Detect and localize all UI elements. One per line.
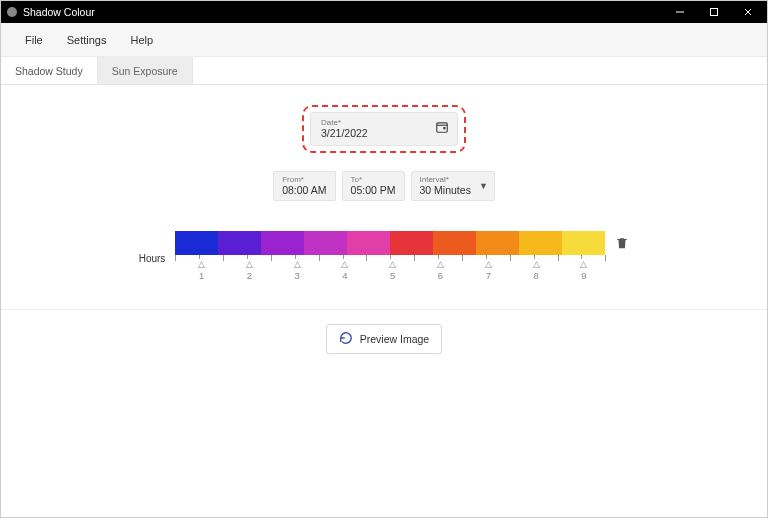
titlebar: Shadow Colour bbox=[1, 1, 767, 23]
tabstrip: Shadow Study Sun Exposure bbox=[1, 57, 767, 85]
hours-axis-label: Hours bbox=[139, 253, 166, 264]
hour-marker-label: 5 bbox=[389, 271, 396, 281]
svg-rect-8 bbox=[618, 239, 627, 240]
content-area: Date* 3/21/2022 From* 08:00 AM bbox=[1, 85, 767, 517]
tab-shadow-study[interactable]: Shadow Study bbox=[1, 57, 98, 84]
refresh-icon bbox=[339, 331, 353, 347]
hour-marker-handle-icon: △ bbox=[246, 260, 253, 269]
app-window: Shadow Colour File Settings Help Shadow … bbox=[0, 0, 768, 518]
hour-marker-label: 1 bbox=[198, 271, 205, 281]
hour-marker-handle-icon: △ bbox=[389, 260, 396, 269]
hour-marker-label: 8 bbox=[533, 271, 540, 281]
gradient-seg-4 bbox=[347, 231, 390, 255]
hour-marker-handle-icon: △ bbox=[341, 260, 348, 269]
hour-marker-1[interactable]: △1 bbox=[198, 260, 205, 281]
gradient-seg-2 bbox=[261, 231, 304, 255]
to-value: 05:00 PM bbox=[351, 185, 396, 197]
hour-marker-5[interactable]: △5 bbox=[389, 260, 396, 281]
window-title: Shadow Colour bbox=[23, 6, 95, 18]
hour-marker-9[interactable]: △9 bbox=[580, 260, 587, 281]
menu-help[interactable]: Help bbox=[120, 28, 163, 52]
hour-marker-label: 6 bbox=[437, 271, 444, 281]
svg-point-0 bbox=[7, 7, 17, 17]
hour-marker-label: 4 bbox=[341, 271, 348, 281]
svg-rect-7 bbox=[443, 127, 445, 129]
hour-marker-label: 9 bbox=[580, 271, 587, 281]
gradient-seg-7 bbox=[476, 231, 519, 255]
close-button[interactable] bbox=[731, 1, 765, 23]
hour-marker-8[interactable]: △8 bbox=[533, 260, 540, 281]
tab-sun-exposure[interactable]: Sun Exposure bbox=[98, 57, 193, 84]
minimize-button[interactable] bbox=[663, 1, 697, 23]
menubar: File Settings Help bbox=[1, 23, 767, 57]
hour-marker-handle-icon: △ bbox=[294, 260, 301, 269]
calendar-icon[interactable] bbox=[435, 120, 449, 138]
hours-gradient bbox=[175, 231, 605, 255]
hour-marker-label: 2 bbox=[246, 271, 253, 281]
gradient-seg-3 bbox=[304, 231, 347, 255]
hour-marker-label: 7 bbox=[485, 271, 492, 281]
gradient-seg-5 bbox=[390, 231, 433, 255]
gradient-seg-9 bbox=[562, 231, 605, 255]
date-value: 3/21/2022 bbox=[321, 128, 435, 140]
menu-file[interactable]: File bbox=[15, 28, 53, 52]
svg-rect-2 bbox=[711, 9, 718, 16]
hour-marker-2[interactable]: △2 bbox=[246, 260, 253, 281]
hour-marker-3[interactable]: △3 bbox=[294, 260, 301, 281]
hour-marker-4[interactable]: △4 bbox=[341, 260, 348, 281]
gradient-seg-6 bbox=[433, 231, 476, 255]
svg-rect-5 bbox=[437, 123, 448, 132]
preview-button-label: Preview Image bbox=[360, 333, 429, 345]
interval-field[interactable]: Interval* 30 Minutes ▼ bbox=[411, 171, 495, 201]
maximize-button[interactable] bbox=[697, 1, 731, 23]
from-value: 08:00 AM bbox=[282, 185, 326, 197]
hour-marker-handle-icon: △ bbox=[437, 260, 444, 269]
to-field[interactable]: To* 05:00 PM bbox=[342, 171, 405, 201]
gradient-seg-0 bbox=[175, 231, 218, 255]
section-divider bbox=[1, 309, 767, 310]
hour-marker-handle-icon: △ bbox=[580, 260, 587, 269]
chevron-down-icon: ▼ bbox=[479, 181, 488, 191]
gradient-seg-8 bbox=[519, 231, 562, 255]
hour-marker-6[interactable]: △6 bbox=[437, 260, 444, 281]
hour-marker-handle-icon: △ bbox=[198, 260, 205, 269]
app-icon bbox=[5, 5, 19, 19]
preview-button[interactable]: Preview Image bbox=[326, 324, 442, 354]
hour-marker-7[interactable]: △7 bbox=[485, 260, 492, 281]
date-highlight: Date* 3/21/2022 bbox=[302, 105, 466, 153]
interval-value: 30 Minutes bbox=[420, 185, 471, 197]
from-field[interactable]: From* 08:00 AM bbox=[273, 171, 335, 201]
hour-marker-handle-icon: △ bbox=[485, 260, 492, 269]
hours-ruler: △1△2△3△4△5△6△7△8△9 bbox=[175, 255, 605, 285]
hour-marker-label: 3 bbox=[294, 271, 301, 281]
date-field[interactable]: Date* 3/21/2022 bbox=[310, 112, 458, 146]
menu-settings[interactable]: Settings bbox=[57, 28, 117, 52]
gradient-seg-1 bbox=[218, 231, 261, 255]
hour-marker-handle-icon: △ bbox=[533, 260, 540, 269]
trash-icon[interactable] bbox=[615, 235, 629, 255]
